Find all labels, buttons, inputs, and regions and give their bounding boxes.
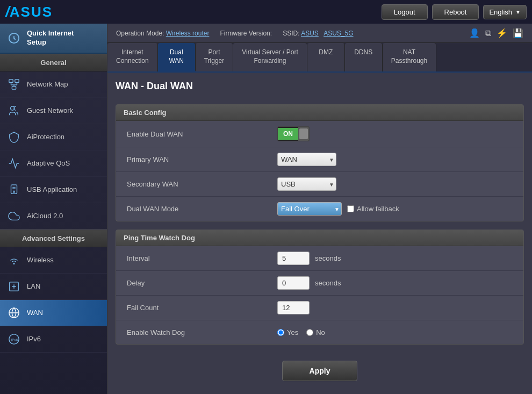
allow-failback-label[interactable]: Allow failback [347, 205, 399, 213]
tab-dual-wan[interactable]: DualWAN [158, 43, 196, 71]
tab-ddns[interactable]: DDNS [345, 43, 383, 71]
primary-wan-label: Primary WAN [127, 155, 277, 163]
sidebar-item-wireless[interactable]: Wireless [0, 247, 107, 274]
dual-wan-mode-select-wrapper: Fail Over Load Balance ▼ [277, 202, 342, 216]
user-icon[interactable]: 👤 [469, 28, 480, 38]
dual-wan-toggle[interactable]: ON [277, 126, 310, 141]
delay-label: Delay [127, 279, 277, 287]
interval-suffix: seconds [315, 254, 341, 262]
guest-network-icon [6, 103, 21, 118]
watchdog-yes-radio[interactable] [277, 329, 284, 336]
sidebar: Quick InternetSetup General Network Map [0, 24, 107, 394]
language-label: English [489, 8, 512, 16]
secondary-wan-label: Secondary WAN [127, 180, 277, 188]
ssid-value1[interactable]: ASUS [301, 30, 319, 37]
delay-suffix: seconds [315, 279, 341, 287]
wan-icon [6, 305, 21, 320]
svg-point-11 [13, 263, 15, 264]
tab-port-trigger[interactable]: PortTrigger [196, 43, 234, 71]
tabs-bar: Internet Connection DualWAN PortTrigger … [107, 43, 532, 73]
dual-wan-mode-value: Fail Over Load Balance ▼ Allow failback [277, 202, 399, 216]
wireless-icon [6, 253, 21, 268]
tab-virtual-server[interactable]: Virtual Server / PortForwarding [233, 43, 307, 71]
main-layout: Quick InternetSetup General Network Map [0, 24, 532, 394]
lan-label: LAN [27, 282, 40, 290]
ssid-label: SSID: [283, 30, 299, 37]
enable-watchdog-label: Enable Watch Dog [127, 328, 277, 336]
dual-wan-mode-row: Dual WAN Mode Fail Over Load Balance ▼ A… [116, 197, 523, 221]
interval-input[interactable] [277, 252, 310, 265]
svg-text:IPv6: IPv6 [11, 338, 18, 341]
apply-button-row: Apply [116, 353, 524, 384]
sidebar-item-aiprotection[interactable]: AiProtection [0, 124, 107, 151]
svg-point-10 [13, 191, 15, 192]
language-selector[interactable]: English ▼ [483, 5, 527, 19]
watchdog-no-radio[interactable] [306, 329, 313, 336]
chevron-down-icon: ▼ [515, 9, 521, 15]
tab-nat-passthrough[interactable]: NATPassthrough [383, 43, 436, 71]
enable-watchdog-row: Enable Watch Dog Yes No [116, 320, 523, 344]
adaptive-qos-label: Adaptive QoS [27, 159, 70, 167]
sidebar-item-aicloud[interactable]: AiCloud 2.0 [0, 203, 107, 230]
watchdog-yes-text: Yes [287, 328, 298, 336]
firmware-label: Firmware Version: [220, 30, 272, 37]
network-map-icon [6, 77, 21, 92]
sidebar-item-ipv6[interactable]: IPv6 IPv6 [0, 326, 107, 353]
network-map-label: Network Map [27, 80, 68, 88]
sidebar-item-wan[interactable]: WAN [0, 300, 107, 326]
primary-wan-select[interactable]: WAN USB Ethernet [277, 153, 336, 166]
usb-icon[interactable]: ⚡ [497, 28, 507, 38]
toggle-on-label: ON [278, 128, 298, 140]
sidebar-item-adaptive-qos[interactable]: Adaptive QoS [0, 151, 107, 177]
watchdog-no-text: No [316, 328, 325, 336]
aicloud-label: AiCloud 2.0 [27, 212, 63, 220]
dual-wan-mode-select[interactable]: Fail Over Load Balance [277, 202, 342, 216]
logout-button[interactable]: Logout [382, 4, 428, 20]
toggle-off-area [298, 127, 309, 141]
apply-button[interactable]: Apply [282, 361, 358, 381]
quick-setup-label: Quick InternetSetup [27, 29, 74, 47]
tab-dmz[interactable]: DMZ [307, 43, 345, 71]
dual-wan-mode-label: Dual WAN Mode [127, 205, 277, 213]
fail-count-row: Fail Count [116, 296, 523, 320]
lan-icon [6, 279, 21, 294]
svg-rect-3 [12, 86, 16, 89]
sidebar-item-lan[interactable]: LAN [0, 274, 107, 300]
top-bar: / ASUS Logout Reboot English ▼ [0, 0, 532, 24]
fail-count-input[interactable] [277, 301, 310, 314]
operation-mode-value[interactable]: Wireless router [166, 30, 210, 37]
aicloud-icon [6, 209, 21, 224]
svg-rect-1 [9, 80, 13, 83]
interval-value: seconds [277, 252, 341, 265]
allow-failback-text: Allow failback [357, 205, 399, 213]
status-icons: 👤 ⧉ ⚡ 💾 [469, 28, 523, 38]
delay-input[interactable] [277, 276, 310, 290]
allow-failback-checkbox[interactable] [347, 205, 354, 212]
primary-wan-row: Primary WAN WAN USB Ethernet ▼ [116, 147, 523, 172]
ipv6-icon: IPv6 [6, 332, 21, 347]
copy-icon[interactable]: ⧉ [485, 28, 491, 38]
guest-network-label: Guest Network [27, 106, 73, 114]
watchdog-no-label[interactable]: No [306, 328, 325, 336]
advanced-settings-header: Advanced Settings [0, 230, 107, 247]
fail-count-label: Fail Count [127, 304, 277, 312]
enable-dual-wan-value: ON [277, 126, 310, 141]
primary-wan-select-wrapper: WAN USB Ethernet ▼ [277, 153, 336, 166]
interval-label: Interval [127, 254, 277, 262]
ssid-value2[interactable]: ASUS_5G [323, 30, 353, 37]
basic-config-header: Basic Config [116, 105, 523, 121]
tab-internet-connection[interactable]: Internet Connection [107, 43, 158, 71]
secondary-wan-select[interactable]: USB WAN Ethernet [277, 177, 336, 191]
sidebar-item-guest-network[interactable]: Guest Network [0, 98, 107, 124]
watchdog-yes-label[interactable]: Yes [277, 328, 298, 336]
page-content: WAN - Dual WAN Basic Config Enable Dual … [107, 73, 532, 394]
disk-icon[interactable]: 💾 [513, 28, 523, 38]
sidebar-item-network-map[interactable]: Network Map [0, 71, 107, 98]
quick-internet-setup[interactable]: Quick InternetSetup [0, 24, 107, 54]
sidebar-item-usb-application[interactable]: USB Application [0, 177, 107, 203]
reboot-button[interactable]: Reboot [432, 4, 479, 20]
logo: / ASUS [5, 3, 53, 20]
aiprotection-label: AiProtection [27, 133, 64, 141]
delay-value: seconds [277, 276, 341, 290]
wan-label: WAN [27, 309, 43, 317]
